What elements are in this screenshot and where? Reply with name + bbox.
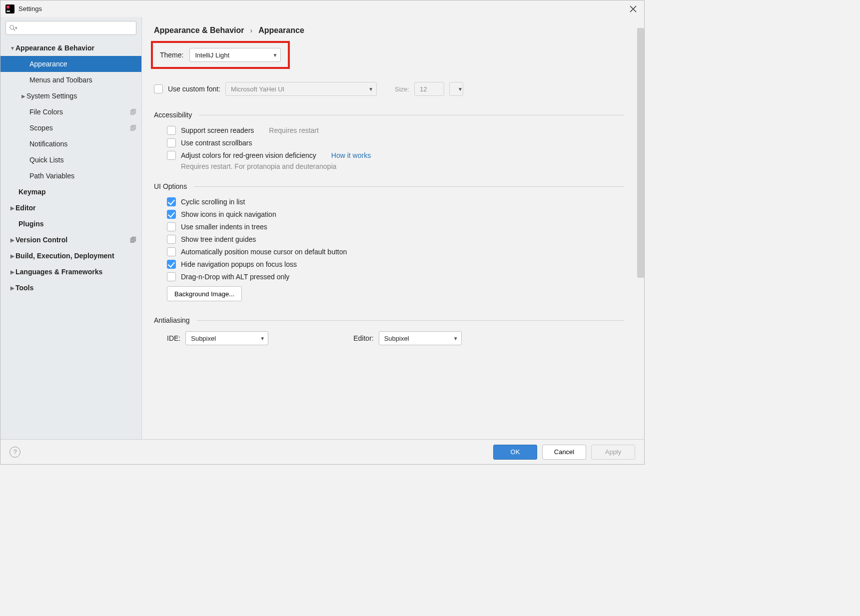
sidebar-item-path-variables[interactable]: Path Variables [0,168,141,184]
sidebar-item-languages-frameworks[interactable]: ▶Languages & Frameworks [0,264,141,280]
settings-tree: ▼Appearance & Behavior Appearance Menus … [0,40,141,439]
sidebar-item-plugins[interactable]: Plugins [0,216,141,232]
tree-indent-guides-checkbox[interactable] [167,235,176,244]
sidebar: ▾ ▼Appearance & Behavior Appearance Menu… [0,17,142,439]
contrast-scrollbars-checkbox[interactable] [167,138,176,147]
sidebar-item-label: Menus and Toolbars [29,76,92,84]
hide-nav-popups-checkbox[interactable] [167,260,176,269]
font-family-value: Microsoft YaHei UI [231,85,284,93]
tree-indent-guides-label: Show tree indent guides [181,235,256,243]
aa-editor-dropdown[interactable]: Subpixel ▼ [379,331,462,345]
cyclic-scrolling-label: Cyclic scrolling in list [181,198,245,206]
chevron-right-icon: › [250,26,253,34]
sidebar-item-label: Appearance & Behavior [15,44,94,52]
font-size-input[interactable]: 12 [414,82,444,96]
chevron-right-icon: ▶ [9,253,15,259]
background-image-button[interactable]: Background Image... [167,286,242,301]
accessibility-header-text: Accessibility [154,111,192,119]
custom-font-row: Use custom font: Microsoft YaHei UI ▼ Si… [154,82,624,96]
drag-alt-checkbox[interactable] [167,272,176,281]
auto-cursor-checkbox[interactable] [167,247,176,256]
sidebar-item-version-control[interactable]: ▶Version Control🗐 [0,232,141,248]
use-custom-font-checkbox[interactable] [154,84,163,93]
sidebar-item-tools[interactable]: ▶Tools [0,280,141,296]
support-screen-readers-checkbox[interactable] [167,126,176,135]
search-box[interactable]: ▾ [5,21,136,35]
antialiasing-header-text: Antialiasing [154,316,190,324]
sidebar-item-system-settings[interactable]: ▶System Settings [0,88,141,104]
svg-point-3 [10,25,14,29]
drag-alt-label: Drag-n-Drop with ALT pressed only [181,273,289,281]
cancel-button[interactable]: Cancel [542,445,586,460]
svg-rect-2 [6,10,10,11]
sidebar-item-label: Plugins [18,220,44,228]
sidebar-item-file-colors[interactable]: File Colors🗐 [0,104,141,120]
cyclic-scrolling-checkbox[interactable] [167,197,176,206]
auto-cursor-label: Automatically position mouse cursor on d… [181,248,347,256]
sidebar-item-label: Keymap [18,188,45,196]
svg-rect-1 [6,5,9,8]
vertical-scrollbar[interactable] [637,28,644,278]
ok-button[interactable]: OK [493,445,537,460]
theme-dropdown[interactable]: IntelliJ Light ▼ [189,48,281,62]
sidebar-item-keymap[interactable]: Keymap [0,184,141,200]
apply-button[interactable]: Apply [591,445,635,460]
project-scope-icon: 🗐 [130,124,136,132]
dialog-footer: ? OK Cancel Apply [0,439,644,464]
accessibility-section-header: Accessibility [154,111,624,119]
sidebar-item-editor[interactable]: ▶Editor [0,200,141,216]
antialiasing-row: IDE: Subpixel ▼ Editor: Subpixel ▼ [167,331,624,345]
how-it-works-link[interactable]: How it works [331,151,371,159]
smaller-indents-checkbox[interactable] [167,222,176,231]
sidebar-item-build-execution[interactable]: ▶Build, Execution, Deployment [0,248,141,264]
chevron-down-icon: ▼ [368,86,373,92]
requires-restart-hint: Requires restart [269,126,319,134]
chevron-down-icon: ▼ [9,45,15,51]
aa-editor-value: Subpixel [384,335,409,342]
sidebar-item-label: Scopes [29,124,53,132]
aa-editor-label: Editor: [353,334,373,342]
font-size-value: 12 [420,85,427,93]
main-panel: Appearance & Behavior › Appearance Theme… [142,17,644,439]
breadcrumb: Appearance & Behavior › Appearance [154,26,624,35]
chevron-right-icon: ▶ [9,285,15,291]
chevron-down-icon: ▼ [273,52,278,58]
sidebar-item-label: Quick Lists [29,156,63,164]
sidebar-item-label: Tools [15,284,33,292]
support-screen-readers-label: Support screen readers [181,126,254,134]
project-scope-icon: 🗐 [130,108,136,116]
icons-quick-nav-checkbox[interactable] [167,210,176,219]
titlebar: Settings [0,0,644,17]
adjust-colors-note: Requires restart. For protanopia and deu… [181,162,624,170]
sidebar-item-label: Path Variables [29,172,74,180]
theme-label: Theme: [160,51,183,59]
theme-value: IntelliJ Light [195,51,229,59]
sidebar-item-quick-lists[interactable]: Quick Lists [0,152,141,168]
chevron-right-icon: ▶ [9,205,15,211]
close-button[interactable] [627,3,639,15]
antialiasing-section-header: Antialiasing [154,316,624,324]
search-dropdown-icon[interactable]: ▾ [15,25,17,30]
sidebar-item-appearance-behavior[interactable]: ▼Appearance & Behavior [0,40,141,56]
sidebar-item-label: Notifications [29,140,67,148]
sidebar-item-scopes[interactable]: Scopes🗐 [0,120,141,136]
search-input[interactable] [20,24,133,32]
sidebar-item-appearance[interactable]: Appearance [0,56,141,72]
sidebar-item-notifications[interactable]: Notifications [0,136,141,152]
smaller-indents-label: Use smaller indents in trees [181,223,267,231]
project-scope-icon: 🗐 [130,236,136,244]
ui-options-section-header: UI Options [154,182,624,190]
font-size-stepper[interactable]: ▼ [449,82,463,96]
chevron-down-icon: ▼ [453,336,458,341]
sidebar-item-label: Editor [15,204,35,212]
help-button[interactable]: ? [9,447,20,458]
adjust-colors-checkbox[interactable] [167,151,176,160]
sidebar-item-menus-toolbars[interactable]: Menus and Toolbars [0,72,141,88]
chevron-right-icon: ▶ [9,237,15,243]
font-family-dropdown[interactable]: Microsoft YaHei UI ▼ [225,82,377,96]
divider [197,320,624,321]
hide-nav-popups-label: Hide navigation popups on focus loss [181,260,297,268]
icons-quick-nav-label: Show icons in quick navigation [181,210,276,218]
breadcrumb-parent[interactable]: Appearance & Behavior [154,26,244,35]
aa-ide-dropdown[interactable]: Subpixel ▼ [185,331,268,345]
